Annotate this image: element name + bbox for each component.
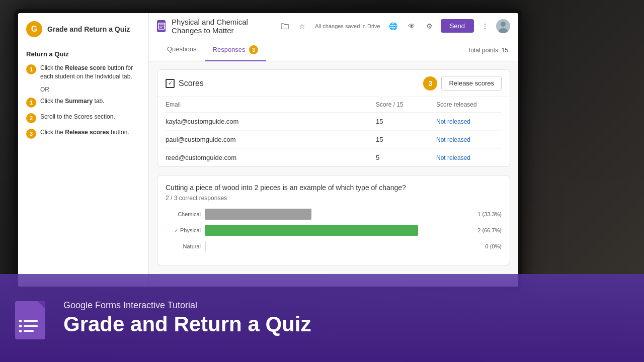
eye-icon[interactable]: 👁 [405,19,419,33]
bottom-subtitle: Google Forms Interactive Tutorial [63,300,311,311]
bottom-text: Google Forms Interactive Tutorial Grade … [63,300,311,336]
avatar [496,19,510,33]
forms-icon [157,20,166,32]
save-status: All changes saved in Drive [315,23,380,29]
bar-row-chemical: Chemical 1 (33.3%) [166,209,502,220]
more-icon[interactable]: ⋮ [478,19,492,33]
table-row: paul@customguide.com 15 Not released [166,131,502,149]
tabs-left: Questions Responses 3 [159,39,266,61]
bar-pct-natural: 0 (0%) [486,243,502,249]
step-2-badge: 2 [26,113,36,123]
table-header: Email Score / 15 Score released [166,97,502,113]
sidebar: G Grade and Return a Quiz Return a Quiz … [18,13,149,287]
step-1a-text: Click the Release score button for each … [40,64,140,81]
screen: G Grade and Return a Quiz Return a Quiz … [0,0,644,362]
tab-questions[interactable]: Questions [159,39,205,61]
step-1b-item: 1 Click the Summary tab. [26,97,140,108]
bar-container-physical [205,225,471,236]
star-icon[interactable]: ☆ [295,19,309,33]
bottom-title: Grade and Return a Quiz [63,313,311,336]
settings-icon[interactable]: ⚙ [423,19,437,33]
main-content: Physical and Chemical Changes to Matter … [149,13,518,287]
step-1a-item: 1 Click the Release score button for eac… [26,64,140,81]
tabs-bar: Questions Responses 3 Total points: 15 [149,39,518,61]
forms-logo [15,296,51,340]
bar-physical [205,225,418,236]
or-divider: OR [40,86,140,93]
tab-responses[interactable]: Responses 3 [205,39,267,61]
question-text: Cutting a piece of wood into 2 pieces is… [166,184,502,192]
card-header: ✓ Scores 3 Release scores [157,70,510,97]
step-2-item: 2 Scroll to the Scores section. [26,113,140,123]
toolbar-right: 🌐 👁 ⚙ Send ⋮ [386,19,510,33]
bar-container-chemical [205,209,471,220]
step-3-text: Click the Release scores button. [40,128,129,137]
checkbox-icon: ✓ [166,79,175,88]
step-1a-badge: 1 [26,64,36,74]
bar-label-natural: Natural [166,243,201,249]
bar-container-natural [205,241,479,252]
bar-label-chemical: Chemical [166,211,201,217]
bar-label-physical: ✓ Physical [166,227,201,234]
step-3-badge: 3 [26,129,36,139]
scores-title: ✓ Scores [166,79,204,88]
bar-chart: Chemical 1 (33.3%) ✓ Physical [166,209,502,252]
bar-row-physical: ✓ Physical 2 (66.7%) [166,225,502,236]
release-scores-area: 3 Release scores [423,76,502,90]
top-bar-icons: ☆ [278,19,309,33]
scores-table: Email Score / 15 Score released kayla@cu… [157,97,510,166]
sidebar-logo-icon: G [26,21,42,37]
correct-responses: 2 / 3 correct responses [166,195,502,202]
checkmark-icon: ✓ [174,227,180,233]
table-row: reed@customguide.com 5 Not released [166,149,502,166]
bar-chemical [205,209,311,220]
doc-title: Physical and Chemical Changes to Matter [172,18,272,35]
top-bar: Physical and Chemical Changes to Matter … [149,13,518,39]
bottom-overlay: Google Forms Interactive Tutorial Grade … [0,274,644,362]
svg-point-5 [501,22,506,27]
question-card: Cutting a piece of wood into 2 pieces is… [157,175,510,265]
send-button[interactable]: Send [441,19,474,33]
content-area[interactable]: ✓ Scores 3 Release scores Email Sc [149,61,518,287]
folder-icon[interactable] [278,19,292,33]
monitor-frame: G Grade and Return a Quiz Return a Quiz … [14,9,522,291]
step-1b-text: Click the Summary tab. [40,97,104,106]
scores-card: ✓ Scores 3 Release scores Email Sc [157,69,510,167]
bar-row-natural: Natural 0 (0%) [166,241,502,252]
bar-natural [205,241,206,252]
total-points: Total points: 15 [467,47,508,54]
bar-pct-physical: 2 (66.7%) [477,227,502,233]
sidebar-header: G Grade and Return a Quiz [26,21,140,42]
release-step-badge: 3 [423,76,437,90]
step-2-text: Scroll to the Scores section. [40,113,115,121]
step-3-item: 3 Click the Release scores button. [26,128,140,139]
monitor-screen: G Grade and Return a Quiz Return a Quiz … [18,13,518,287]
responses-badge: 3 [249,45,258,54]
table-row: kayla@customguide.com 15 Not released [166,113,502,131]
step-1b-badge: 1 [26,98,36,108]
sidebar-section-title: Return a Quiz [26,50,140,58]
globe-icon[interactable]: 🌐 [386,19,400,33]
release-scores-button[interactable]: Release scores [441,76,502,90]
sidebar-title: Grade and Return a Quiz [47,25,130,34]
bar-pct-chemical: 1 (33.3%) [477,211,502,217]
